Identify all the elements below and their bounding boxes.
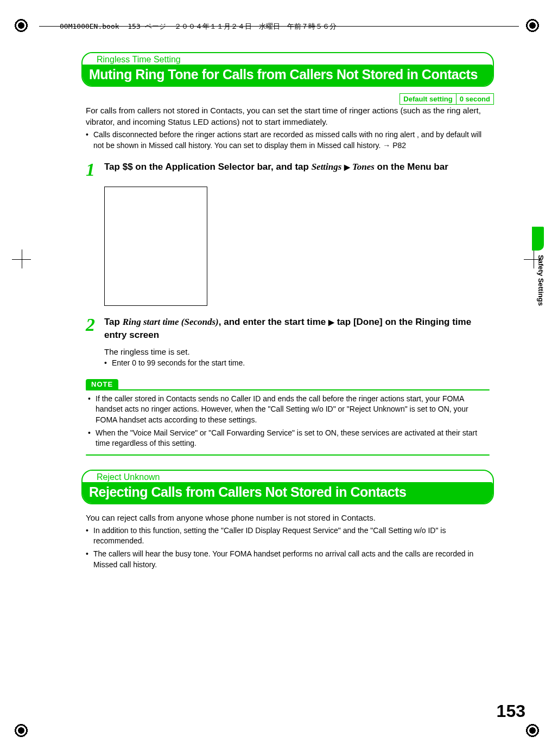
step-title: Tap $$ on the Application Selector bar, … xyxy=(104,161,490,174)
note-bullet: If the caller stored in Contacts sends n… xyxy=(88,394,487,426)
text-em: Ring start time (Seconds) xyxy=(123,317,219,327)
step-title: Tap Ring start time (Seconds), and enter… xyxy=(104,316,490,342)
section-title: Rejecting Calls from Callers Not Stored … xyxy=(83,482,493,503)
triangle-right-icon: ▶ xyxy=(328,318,334,326)
text: Tap $$ on the Application Selector bar, … xyxy=(104,162,312,172)
section-thumb-tab xyxy=(532,227,544,251)
page-number: 153 xyxy=(497,701,525,721)
default-setting-label: Default setting xyxy=(400,93,456,105)
intro-bullet: The callers will hear the busy tone. You… xyxy=(86,549,490,570)
text-em: Settings xyxy=(312,162,344,172)
intro-bullet: Calls disconnected before the ringer act… xyxy=(86,130,490,151)
section-tag: Reject Unknown xyxy=(89,471,168,482)
step-number: 1 xyxy=(86,161,104,179)
note-box: NOTE If the caller stored in Contacts se… xyxy=(86,379,490,456)
intro-paragraph: For calls from callers not stored in Con… xyxy=(86,105,490,127)
screenshot-placeholder xyxy=(104,187,207,306)
text: Tap xyxy=(104,317,123,327)
text-em: Tones xyxy=(350,162,375,172)
default-setting-value: 0 second xyxy=(456,93,494,105)
crop-mark-icon xyxy=(12,249,31,268)
step-sub-bullet: Enter 0 to 99 seconds for the start time… xyxy=(104,358,490,367)
crop-mark-icon xyxy=(12,721,30,740)
note-label: NOTE xyxy=(86,379,118,389)
section-tag: Ringless Time Setting xyxy=(89,53,188,65)
section-title: Muting Ring Tone for Calls from Callers … xyxy=(83,65,493,86)
crop-mark-icon xyxy=(12,16,30,35)
section-header-ringless: Ringless Time Setting Muting Ring Tone f… xyxy=(81,52,494,87)
note-bullet: When the "Voice Mail Service" or "Call F… xyxy=(88,428,487,449)
step-subtext: The ringless time is set. xyxy=(104,347,490,356)
text: on the Menu bar xyxy=(375,162,448,172)
text: , and enter the start time xyxy=(219,317,328,327)
step-number: 2 xyxy=(86,316,104,369)
section-header-reject-unknown: Reject Unknown Rejecting Calls from Call… xyxy=(81,470,494,504)
intro-paragraph: You can reject calls from anyone whose p… xyxy=(86,512,490,523)
crop-mark-icon xyxy=(523,16,542,35)
print-header-text: 00M1000EN.book 153 ページ ２００４年１１月２４日 水曜日 午… xyxy=(60,22,337,31)
triangle-right-icon: ▶ xyxy=(344,163,350,171)
step-2: 2 Tap Ring start time (Seconds), and ent… xyxy=(86,316,490,369)
section-side-label: Safety Settings xyxy=(537,255,545,306)
step-1: 1 Tap $$ on the Application Selector bar… xyxy=(86,161,490,179)
crop-mark-icon xyxy=(523,721,542,740)
intro-bullet: In addition to this function, setting th… xyxy=(86,526,490,547)
default-setting-badge: Default setting 0 second xyxy=(400,93,494,105)
